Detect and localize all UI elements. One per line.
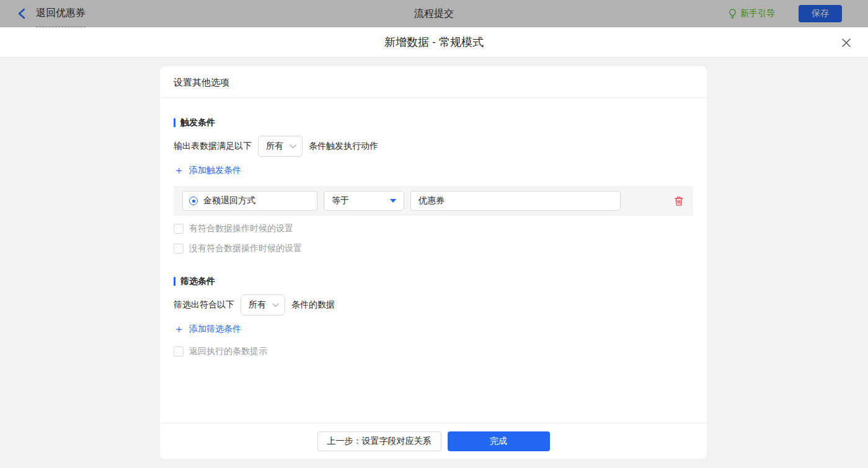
add-trigger-condition-label: 添加触发条件 — [189, 165, 241, 176]
save-button[interactable]: 保存 — [799, 5, 842, 22]
trigger-section-title: 触发条件 — [174, 117, 693, 128]
condition-operator-value: 等于 — [332, 195, 349, 206]
condition-value-input[interactable] — [410, 191, 621, 211]
card-footer: 上一步：设置字段对应关系 完成 — [160, 423, 707, 459]
trigger-section-label: 触发条件 — [180, 117, 215, 128]
trigger-sentence-suffix: 条件触发执行动作 — [309, 141, 378, 152]
condition-operator-select[interactable]: 等于 — [324, 191, 404, 211]
plus-icon: ＋ — [174, 325, 184, 333]
card-body: 触发条件 输出表数据满足以下 所有 条件触发执行动作 ＋ 添加触发条件 — [160, 98, 707, 423]
previous-step-button[interactable]: 上一步：设置字段对应关系 — [317, 431, 441, 451]
add-trigger-condition-link[interactable]: ＋ 添加触发条件 — [174, 165, 241, 176]
flow-name-title[interactable]: 退回优惠券 — [36, 0, 86, 27]
close-icon[interactable] — [841, 37, 852, 48]
chevron-down-icon — [290, 144, 296, 149]
condition-field-select[interactable]: 金额退回方式 — [182, 191, 317, 211]
delete-condition-button[interactable] — [674, 196, 684, 206]
options-card: 设置其他选项 触发条件 输出表数据满足以下 所有 条件触发执行动作 ＋ 添 — [160, 66, 707, 459]
beginner-guide-label: 新手引导 — [740, 8, 775, 19]
return-count-option: 返回执行的条数提示 — [174, 346, 693, 357]
trigger-match-select-value: 所有 — [266, 141, 283, 152]
return-count-label: 返回执行的条数提示 — [189, 346, 267, 357]
filter-section-label: 筛选条件 — [180, 276, 215, 287]
section-accent-bar — [174, 277, 175, 286]
filter-sentence-suffix: 条件的数据 — [291, 299, 335, 311]
filter-sentence-prefix: 筛选出符合以下 — [174, 299, 234, 311]
topbar-right: 新手引导 保存 — [728, 5, 842, 22]
condition-field-value: 金额退回方式 — [203, 195, 255, 206]
trigger-condition-row: 金额退回方式 等于 — [174, 186, 693, 216]
card-title: 设置其他选项 — [160, 66, 707, 98]
add-filter-condition-link[interactable]: ＋ 添加筛选条件 — [174, 324, 241, 335]
done-button[interactable]: 完成 — [448, 431, 550, 451]
filter-match-select[interactable]: 所有 — [241, 294, 285, 316]
has-matching-data-option: 有符合数据操作时候的设置 — [174, 223, 693, 234]
topbar-left: 退回优惠券 — [17, 0, 86, 27]
has-matching-data-label: 有符合数据操作时候的设置 — [189, 223, 293, 234]
no-matching-data-label: 没有符合数据操作时候的设置 — [189, 243, 302, 254]
beginner-guide-link[interactable]: 新手引导 — [728, 8, 775, 19]
has-matching-data-checkbox[interactable] — [174, 224, 184, 234]
plus-icon: ＋ — [174, 166, 184, 175]
dialog-title: 新增数据 - 常规模式 — [384, 35, 484, 50]
filter-match-sentence: 筛选出符合以下 所有 条件的数据 — [174, 294, 693, 316]
section-accent-bar — [174, 118, 175, 127]
trigger-sentence-prefix: 输出表数据满足以下 — [174, 141, 252, 152]
trigger-match-select[interactable]: 所有 — [258, 136, 303, 157]
add-filter-condition-label: 添加筛选条件 — [189, 324, 241, 335]
dialog-body: 设置其他选项 触发条件 输出表数据满足以下 所有 条件触发执行动作 ＋ 添 — [0, 58, 868, 467]
caret-down-icon — [390, 199, 396, 203]
dialog-header: 新增数据 - 常规模式 — [0, 27, 868, 58]
filter-match-select-value: 所有 — [249, 299, 266, 311]
radio-field-icon — [189, 196, 198, 205]
filter-section-title: 筛选条件 — [174, 276, 693, 287]
return-count-checkbox[interactable] — [174, 347, 184, 356]
topbar: 退回优惠券 流程提交 新手引导 保存 — [0, 0, 868, 27]
chevron-down-icon — [272, 303, 279, 307]
lightbulb-icon — [728, 9, 737, 19]
no-matching-data-option: 没有符合数据操作时候的设置 — [174, 243, 693, 254]
trigger-match-sentence: 输出表数据满足以下 所有 条件触发执行动作 — [174, 136, 693, 157]
back-icon[interactable] — [17, 8, 26, 19]
no-matching-data-checkbox[interactable] — [174, 244, 184, 254]
